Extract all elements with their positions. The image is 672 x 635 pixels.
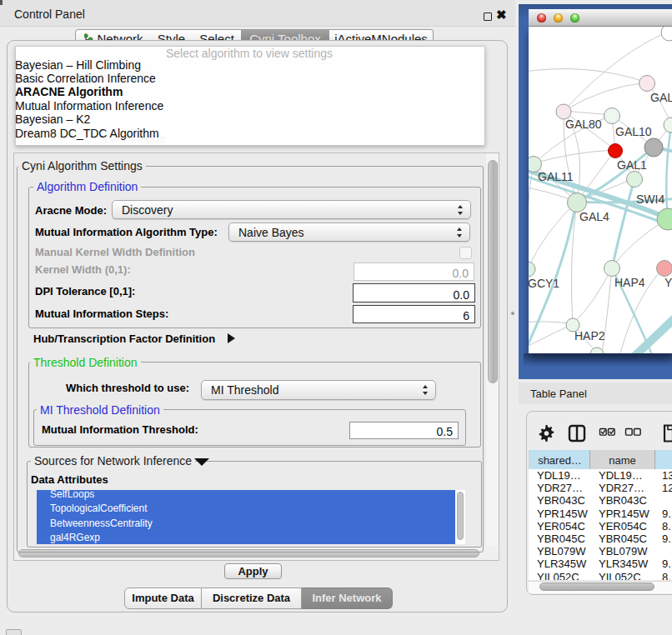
- svg-text:GAL11: GAL11: [538, 170, 574, 183]
- svg-text:GAL4: GAL4: [579, 210, 609, 223]
- svg-text:GCY1: GCY1: [529, 277, 559, 290]
- svg-text:GAL1: GAL1: [617, 158, 647, 172]
- svg-text:GAL10: GAL10: [615, 125, 652, 138]
- svg-text:GAL: GAL: [650, 91, 672, 104]
- svg-text:HAP2: HAP2: [574, 329, 605, 342]
- svg-text:Y: Y: [664, 276, 672, 289]
- svg-text:GAL80: GAL80: [565, 118, 602, 131]
- svg-text:SWI4: SWI4: [636, 192, 664, 206]
- svg-text:HAP4: HAP4: [614, 276, 645, 289]
